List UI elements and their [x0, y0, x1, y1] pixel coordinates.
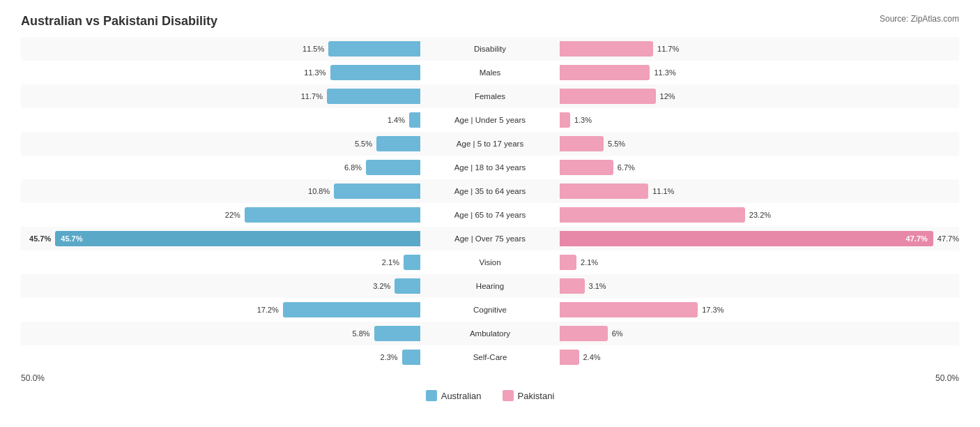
legend-box-australian — [426, 390, 437, 401]
right-section-wrapper: 12% — [560, 84, 959, 108]
chart-row: 11.7% Females 12% — [21, 84, 959, 108]
full-left: 5.8% — [21, 326, 420, 341]
right-section-wrapper: 17.3% — [560, 298, 959, 322]
bar-value-right: 6% — [612, 329, 623, 338]
bar-blue — [245, 207, 420, 223]
full-right: 2.4% — [560, 350, 959, 365]
center-label: Cognitive — [420, 306, 560, 314]
bar-blue — [334, 183, 420, 199]
full-left: 6.8% — [21, 160, 420, 175]
chart-area: 11.5% Disability 11.7% 11.3 — [21, 37, 959, 369]
full-right: 47.7% 47.7% — [560, 231, 959, 246]
bar-container: 10.8% Age | 35 to 64 years 11.1% — [21, 179, 959, 203]
full-left: 1.4% — [21, 112, 420, 128]
left-section-wrapper: 1.4% — [21, 108, 420, 132]
bar-value-right: 11.3% — [654, 68, 675, 77]
chart-row: 5.8% Ambulatory 6% — [21, 322, 959, 345]
full-left: 10.8% — [21, 183, 420, 199]
bar-value-left: 45.7% — [29, 234, 51, 243]
bar-blue — [283, 302, 420, 317]
bar-value-right: 1.3% — [574, 116, 592, 124]
full-right: 2.1% — [560, 255, 959, 270]
bar-container: 11.7% Females 12% — [21, 84, 959, 108]
source-label: Source: ZipAtlas.com — [880, 14, 959, 24]
bar-value-right: 2.1% — [581, 258, 598, 267]
legend-label-australian: Australian — [441, 391, 482, 401]
bar-container: 45.7% 45.7% Age | Over 75 years 47.7% 47… — [21, 227, 959, 250]
full-right: 6.7% — [560, 160, 959, 175]
bar-value-left: 6.8% — [344, 163, 362, 172]
chart-row: 2.3% Self-Care 2.4% — [21, 345, 959, 369]
bar-pink — [560, 350, 579, 365]
left-section-wrapper: 5.5% — [21, 132, 420, 156]
bar-container: 17.2% Cognitive 17.3% — [21, 298, 959, 322]
bar-pink — [560, 136, 604, 151]
full-right: 11.3% — [560, 65, 959, 80]
bar-value-inside-left: 45.7% — [58, 234, 82, 243]
left-section-wrapper: 45.7% 45.7% — [21, 227, 420, 250]
legend-box-pakistani — [503, 390, 514, 401]
bar-container: 2.3% Self-Care 2.4% — [21, 345, 959, 369]
full-right: 12% — [560, 89, 959, 104]
center-label: Hearing — [420, 282, 560, 290]
bar-value-left: 22% — [225, 211, 240, 219]
bar-pink — [560, 41, 653, 57]
full-left: 3.2% — [21, 278, 420, 294]
bar-value-right: 6.7% — [618, 163, 635, 172]
bar-blue — [374, 326, 420, 341]
bar-value-left: 3.2% — [373, 282, 390, 290]
bar-pink — [560, 302, 698, 317]
right-section-wrapper: 6.7% — [560, 156, 959, 179]
center-label: Disability — [420, 45, 560, 53]
bar-value-right: 47.7% — [937, 234, 959, 243]
center-label: Ambulatory — [420, 329, 560, 338]
bar-value-left: 11.5% — [303, 45, 324, 53]
full-left: 11.5% — [21, 41, 420, 57]
center-label: Age | Under 5 years — [420, 116, 560, 124]
center-label: Self-Care — [420, 353, 560, 361]
bar-value-right: 11.1% — [652, 187, 674, 195]
right-section-wrapper: 11.3% — [560, 61, 959, 84]
bar-value-right: 11.7% — [657, 45, 679, 53]
axis-left: 50.0% — [21, 373, 45, 383]
bar-pink — [560, 326, 608, 341]
chart-row: 2.1% Vision 2.1% — [21, 250, 959, 274]
full-left: 45.7% 45.7% — [21, 231, 420, 246]
bar-value-right: 2.4% — [583, 353, 601, 361]
chart-row: 10.8% Age | 35 to 64 years 11.1% — [21, 179, 959, 203]
bar-value-right: 23.2% — [749, 211, 771, 219]
bar-blue — [402, 350, 420, 365]
left-section-wrapper: 10.8% — [21, 179, 420, 203]
bar-container: 5.5% Age | 5 to 17 years 5.5% — [21, 132, 959, 156]
bar-value-right: 12% — [660, 92, 675, 100]
full-right: 6% — [560, 326, 959, 341]
bar-container: 5.8% Ambulatory 6% — [21, 322, 959, 345]
bar-pink — [560, 207, 745, 223]
bar-container: 2.1% Vision 2.1% — [21, 250, 959, 274]
bar-value-left: 17.2% — [257, 306, 279, 314]
right-section-wrapper: 47.7% 47.7% — [560, 227, 959, 250]
bar-value-left: 10.8% — [308, 187, 330, 195]
bar-value-left: 11.7% — [301, 92, 323, 100]
left-section-wrapper: 6.8% — [21, 156, 420, 179]
center-label: Age | 18 to 34 years — [420, 163, 560, 172]
bar-pink — [560, 65, 650, 80]
bar-value-right: 5.5% — [608, 140, 625, 148]
chart-row: 1.4% Age | Under 5 years 1.3% — [21, 108, 959, 132]
full-right: 23.2% — [560, 207, 959, 223]
right-section-wrapper: 3.1% — [560, 274, 959, 298]
left-section-wrapper: 3.2% — [21, 274, 420, 298]
full-right: 17.3% — [560, 302, 959, 317]
left-section-wrapper: 22% — [21, 203, 420, 227]
bar-container: 6.8% Age | 18 to 34 years 6.7% — [21, 156, 959, 179]
chart-row: 6.8% Age | 18 to 34 years 6.7% — [21, 156, 959, 179]
right-section-wrapper: 2.4% — [560, 345, 959, 369]
chart-row: 11.5% Disability 11.7% — [21, 37, 959, 61]
bar-pink — [560, 160, 613, 175]
right-section-wrapper: 6% — [560, 322, 959, 345]
center-label: Age | 65 to 74 years — [420, 211, 560, 219]
chart-row: 22% Age | 65 to 74 years 23.2% — [21, 203, 959, 227]
bar-value-inside-right: 47.7% — [906, 234, 931, 243]
chart-row: 17.2% Cognitive 17.3% — [21, 298, 959, 322]
chart-row: 5.5% Age | 5 to 17 years 5.5% — [21, 132, 959, 156]
